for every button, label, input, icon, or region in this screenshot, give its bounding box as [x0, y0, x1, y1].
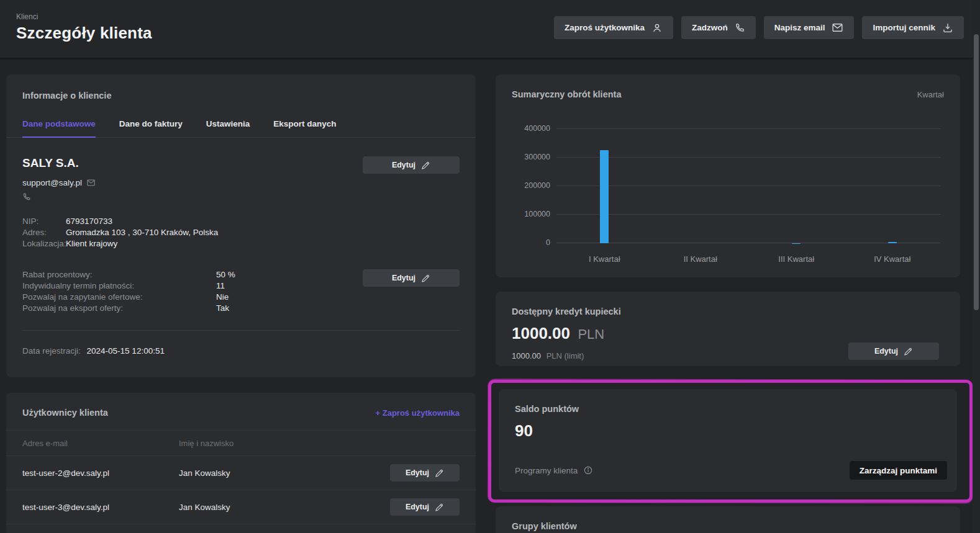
x-axis-category-label: I Kwartał: [589, 254, 620, 264]
users-card-header: Użytkownicy klienta + Zaproś użytkownika: [6, 393, 476, 430]
person-icon: [651, 22, 663, 34]
company-edit-label: Edytuj: [392, 161, 415, 169]
table-row: test-user-3@dev.saly.pl Jan Kowalsky Edy…: [6, 490, 476, 524]
y-axis-tick-label: 300000: [512, 153, 550, 161]
company-block: SALY S.A. support@saly.pl: [22, 156, 96, 201]
table-row: test-user-2@dev.saly.pl Jan Kowalsky Edy…: [6, 456, 476, 490]
user-name: Jan Kowalsky: [179, 468, 390, 478]
detail-value: 6793170733: [66, 216, 112, 227]
call-button[interactable]: Zadzwoń: [681, 16, 756, 39]
right-column: Sumaryczny obrót klienta Kwartał 0100000…: [496, 74, 960, 533]
info-icon[interactable]: [583, 465, 593, 475]
scrollbar-thumb[interactable]: [974, 34, 979, 310]
points-footer: Programy klienta Zarządzaj punktami: [515, 461, 947, 480]
invite-user-button[interactable]: Zaproś użytkownika: [554, 16, 673, 39]
company-email-line: support@saly.pl: [22, 178, 96, 187]
points-title: Saldo punktów: [515, 404, 941, 414]
credit-title: Dostępny kredyt kupiecki: [512, 307, 944, 316]
column-header-name: Imię i nazwisko: [179, 439, 460, 448]
company-email[interactable]: support@saly.pl: [22, 178, 82, 187]
header-titles: Klienci Szczegóły klienta: [16, 12, 152, 43]
pencil-icon: [421, 274, 430, 283]
customer-info-card: Informacje o kliencie Dane podstawowe Da…: [6, 74, 476, 377]
credit-edit-button[interactable]: Edytuj: [848, 343, 939, 360]
period-selector[interactable]: Kwartał: [917, 90, 944, 99]
left-column: Informacje o kliencie Dane podstawowe Da…: [6, 74, 476, 533]
detail-label: NIP:: [22, 216, 66, 227]
client-programs: Programy klienta: [515, 465, 593, 475]
chart-plot: [556, 129, 940, 243]
pencil-icon: [904, 347, 913, 356]
invite-user-link[interactable]: + Zaproś użytkownika: [376, 408, 460, 418]
breadcrumb[interactable]: Klienci: [16, 12, 152, 21]
points-value: 90: [515, 421, 941, 441]
setting-value: 50 %: [216, 269, 235, 280]
phone-icon: [735, 22, 745, 33]
import-pricelist-button-label: Importuj cennik: [873, 23, 935, 32]
groups-title: Grupy klientów: [512, 521, 944, 531]
chart-gridline: [556, 243, 940, 243]
chart-bar: [888, 242, 897, 243]
column-header-email: Adres e-mail: [22, 439, 179, 448]
detail-value: Klient krajowy: [66, 238, 117, 249]
pencil-icon: [421, 161, 430, 170]
setting-value: Nie: [216, 292, 229, 303]
x-axis-category-label: III Kwartał: [778, 254, 814, 264]
tab-dane-podstawowe[interactable]: Dane podstawowe: [22, 119, 96, 138]
setting-row: Pozwalaj na zapytanie ofertowe: Nie: [22, 292, 235, 303]
company-details: NIP: 6793170733 Adres: Gromadzka 103 , 3…: [22, 216, 460, 249]
users-table-header: Adres e-mail Imię i nazwisko: [6, 430, 476, 456]
registration-line: Data rejestracji: 2024-05-15 12:00:51: [22, 346, 460, 372]
content: Informacje o kliencie Dane podstawowe Da…: [0, 60, 980, 533]
tab-dane-do-faktury[interactable]: Dane do faktury: [119, 119, 183, 138]
company-phone-line: [22, 192, 96, 201]
divider: [22, 330, 460, 331]
customer-users-card: Użytkownicy klienta + Zaproś użytkownika…: [6, 393, 476, 533]
credit-amount: 1000.00: [512, 324, 570, 343]
detail-label: Adres:: [22, 227, 66, 238]
import-pricelist-button[interactable]: Importuj cennik: [862, 16, 964, 39]
user-email: test-user-2@dev.saly.pl: [22, 468, 179, 478]
credit-currency: PLN: [578, 326, 604, 342]
setting-value: 11: [216, 280, 225, 292]
settings-edit-button[interactable]: Edytuj: [363, 269, 460, 287]
chart-gridline: [556, 128, 940, 129]
y-axis-tick-label: 200000: [512, 181, 550, 190]
header-actions: Zaproś użytkownika Zadzwoń Napisz email …: [554, 16, 964, 39]
credit-amount-line: 1000.00 PLN: [512, 324, 944, 343]
users-card-title: Użytkownicy klienta: [22, 408, 108, 418]
manage-points-button[interactable]: Zarządzaj punktami: [850, 461, 947, 480]
client-groups-card: Grupy klientów: [496, 506, 960, 533]
user-edit-button[interactable]: Edytuj: [390, 464, 460, 481]
write-email-button[interactable]: Napisz email: [764, 16, 855, 39]
tab-ustawienia[interactable]: Ustawienia: [206, 119, 250, 138]
setting-row: Indywidualny termin płatności: 11: [22, 280, 235, 292]
pencil-icon: [435, 468, 444, 478]
user-name: Jan Kowalsky: [179, 503, 390, 512]
detail-row: NIP: 6793170733: [22, 216, 460, 227]
credit-edit-label: Edytuj: [874, 347, 898, 356]
registration-value: 2024-05-15 12:00:51: [87, 346, 165, 356]
chart-gridline: [556, 157, 940, 158]
x-axis-category-label: IV Kwartał: [874, 254, 910, 264]
setting-label: Pozwalaj na zapytanie ofertowe:: [22, 292, 216, 303]
user-edit-label: Edytuj: [406, 468, 429, 477]
mail-icon: [86, 179, 96, 187]
registration-label: Data rejestracji:: [22, 346, 81, 356]
chart-gridline: [556, 186, 940, 186]
company-edit-button[interactable]: Edytuj: [363, 156, 460, 174]
client-programs-label: Programy klienta: [515, 466, 578, 475]
settings-block: Rabat procentowy: 50 % Indywidualny term…: [22, 269, 460, 314]
credit-limit-amount: 1000.00: [512, 351, 541, 361]
turnover-chart-card: Sumaryczny obrót klienta Kwartał 0100000…: [496, 74, 960, 277]
detail-row: Lokalizacja: Klient krajowy: [22, 238, 460, 249]
setting-value: Tak: [216, 303, 229, 314]
y-axis-tick-label: 400000: [512, 124, 550, 133]
invite-user-button-label: Zaproś użytkownika: [565, 23, 645, 32]
tab-eksport-danych[interactable]: Eksport danych: [273, 119, 336, 138]
chart-header: Sumaryczny obrót klienta Kwartał: [512, 89, 944, 99]
user-edit-button[interactable]: Edytuj: [390, 498, 460, 516]
setting-label: Rabat procentowy:: [22, 269, 216, 280]
turnover-chart: 0100000200000300000400000I KwartałII Kwa…: [512, 124, 944, 267]
company-name: SALY S.A.: [22, 156, 96, 170]
